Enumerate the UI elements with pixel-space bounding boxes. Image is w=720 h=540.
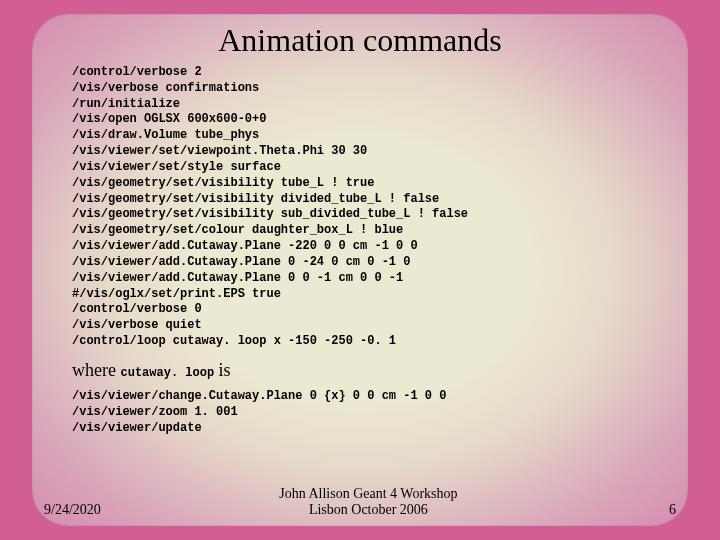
where-line: where cutaway. loop is xyxy=(72,360,648,381)
code-block-main: /control/verbose 2 /vis/verbose confirma… xyxy=(72,65,648,350)
code-block-loop: /vis/viewer/change.Cutaway.Plane 0 {x} 0… xyxy=(72,389,648,436)
slide-body: Animation commands /control/verbose 2 /v… xyxy=(32,14,688,526)
footer-author-event: John Allison Geant 4 Workshop xyxy=(279,486,457,501)
slide-footer: 9/24/2020 John Allison Geant 4 Workshop … xyxy=(44,486,676,518)
slide: Animation commands /control/verbose 2 /v… xyxy=(0,0,720,540)
where-suffix: is xyxy=(214,360,231,380)
where-filename: cutaway. loop xyxy=(120,366,214,380)
footer-location-date: Lisbon October 2006 xyxy=(309,502,428,517)
footer-page-number: 6 xyxy=(636,502,676,518)
footer-date: 9/24/2020 xyxy=(44,502,101,518)
page-title: Animation commands xyxy=(72,22,648,59)
footer-center: John Allison Geant 4 Workshop Lisbon Oct… xyxy=(101,486,636,518)
where-prefix: where xyxy=(72,360,120,380)
